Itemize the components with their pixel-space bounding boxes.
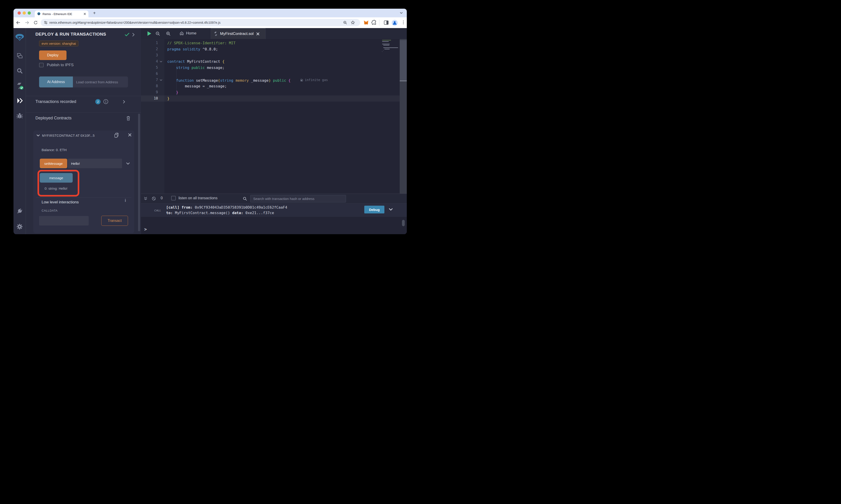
editor-scrollbar[interactable] bbox=[400, 39, 407, 194]
panel-scrollbar[interactable] bbox=[138, 114, 140, 231]
debug-button[interactable]: Debug bbox=[364, 206, 384, 213]
terminal: 0 listen on all transactions CALL [call]… bbox=[141, 194, 407, 234]
minimize-window-button[interactable] bbox=[23, 12, 26, 15]
run-script-play-icon[interactable] bbox=[146, 31, 152, 37]
contract-balance: Balance: 0. ETH bbox=[41, 148, 67, 152]
info-icon[interactable] bbox=[103, 99, 108, 104]
at-address-button[interactable]: At Address bbox=[39, 76, 73, 87]
minimap-line bbox=[383, 48, 398, 48]
publish-ipfs-label: Publish to IPFS bbox=[47, 63, 73, 67]
back-button[interactable] bbox=[16, 20, 21, 25]
set-message-input[interactable] bbox=[68, 159, 122, 168]
file-tab-label: MyFirstContract.sol bbox=[220, 32, 254, 36]
expand-params-chevron-icon[interactable] bbox=[126, 161, 130, 166]
remix-logo-icon[interactable] bbox=[15, 32, 25, 42]
tab-home[interactable]: Home bbox=[179, 31, 196, 36]
remix-app: DEPLOY & RUN TRANSACTIONS evm version: s… bbox=[14, 28, 407, 234]
line-number: 1 bbox=[141, 40, 158, 46]
code-line: 3 bbox=[141, 52, 400, 58]
clear-console-ban-icon[interactable] bbox=[152, 196, 156, 201]
zoom-in-icon[interactable] bbox=[166, 31, 171, 36]
tab-title: Remix - Ethereum IDE bbox=[42, 12, 83, 16]
page-zoom-icon[interactable] bbox=[343, 20, 347, 25]
minimap[interactable] bbox=[382, 40, 400, 53]
publish-ipfs-checkbox[interactable] bbox=[39, 63, 44, 67]
code-lines[interactable]: 1// SPDX-License-Identifier: MIT2pragma … bbox=[141, 40, 400, 102]
copy-icon[interactable] bbox=[114, 132, 119, 138]
plugin-manager-icon[interactable] bbox=[16, 208, 23, 215]
minimap-line bbox=[384, 49, 390, 49]
tab-search-chevron-icon[interactable] bbox=[399, 11, 403, 15]
metamask-icon[interactable] bbox=[363, 20, 369, 25]
log-expand-chevron-icon[interactable] bbox=[388, 207, 393, 212]
site-settings-icon[interactable] bbox=[44, 20, 48, 25]
file-explorer-icon[interactable] bbox=[16, 52, 23, 59]
home-icon bbox=[179, 31, 184, 36]
terminal-log-row[interactable]: CALL [call] from: 0x9Cf934043aD350758391… bbox=[141, 204, 407, 217]
log-line: to: MyFirstContract.message() data: 0xe2… bbox=[166, 210, 287, 216]
terminal-toolbar: 0 listen on all transactions bbox=[141, 194, 407, 204]
deploy-button[interactable]: Deploy bbox=[39, 51, 67, 60]
log-line: [call] from: 0x9Cf934043aD350758391b0D01… bbox=[166, 205, 287, 210]
low-level-info-icon[interactable]: i bbox=[125, 198, 126, 203]
message-button[interactable]: message bbox=[40, 173, 73, 183]
solidity-compiler-icon[interactable] bbox=[16, 82, 23, 90]
set-message-button[interactable]: setMessage bbox=[40, 159, 67, 168]
tab-myfirstcontract[interactable]: MyFirstContract.sol bbox=[211, 28, 265, 39]
new-tab-button[interactable]: + bbox=[92, 10, 97, 16]
zoom-out-icon[interactable] bbox=[155, 31, 160, 36]
side-panel-icon[interactable] bbox=[383, 20, 389, 25]
code-line: 1// SPDX-License-Identifier: MIT bbox=[141, 40, 400, 46]
extensions-puzzle-icon[interactable] bbox=[371, 20, 377, 25]
evm-version-badge: evm version: shanghai bbox=[39, 41, 79, 46]
maximize-window-button[interactable] bbox=[28, 12, 31, 15]
listen-all-checkbox[interactable] bbox=[171, 196, 176, 200]
address-bar[interactable]: remix.ethereum.org/#lang=en&optimize=fal… bbox=[41, 19, 360, 26]
line-number: 8 bbox=[141, 83, 158, 89]
solidity-file-icon bbox=[214, 32, 217, 36]
tab-strip: Remix - Ethereum IDE + bbox=[14, 9, 407, 17]
calldata-label: CALLDATA bbox=[41, 209, 57, 212]
file-tab-close-icon[interactable] bbox=[256, 32, 260, 36]
code-line: 10} bbox=[141, 95, 400, 102]
deployed-contract-card: MYFIRSTCONTRACT AT 0X10F...5 Balance: 0.… bbox=[33, 130, 134, 233]
panel-expand-chevron-icon[interactable] bbox=[131, 32, 135, 37]
browser-window: Remix - Ethereum IDE + remix.ethereum.or… bbox=[14, 9, 407, 234]
contract-close-icon[interactable] bbox=[128, 133, 132, 137]
code-line: 5 string public message; bbox=[141, 65, 400, 71]
fold-chevron-icon[interactable] bbox=[159, 60, 163, 63]
code-text: contract MyFirstContract { bbox=[167, 58, 224, 65]
card-divider bbox=[36, 197, 132, 198]
search-icon[interactable] bbox=[16, 67, 23, 74]
browser-menu-kebab-icon[interactable] bbox=[401, 20, 406, 25]
calldata-input[interactable] bbox=[39, 216, 89, 226]
transact-button[interactable]: Transact bbox=[101, 216, 128, 226]
forward-button[interactable] bbox=[24, 20, 30, 25]
tab-close-icon[interactable] bbox=[83, 13, 86, 15]
reload-button[interactable] bbox=[33, 20, 38, 25]
transactions-expand-chevron-icon[interactable] bbox=[122, 100, 126, 104]
terminal-prompt[interactable]: > bbox=[144, 227, 147, 232]
close-window-button[interactable] bbox=[18, 12, 21, 15]
contract-header[interactable]: MYFIRSTCONTRACT AT 0X10F...5 bbox=[42, 134, 113, 138]
code-editor[interactable]: Home MyFirstContract.sol 1// SPDX-Licens… bbox=[141, 28, 407, 194]
trash-icon[interactable] bbox=[126, 116, 131, 121]
toolbar-divider bbox=[379, 20, 379, 25]
debugger-bug-icon[interactable] bbox=[16, 112, 23, 119]
profile-avatar[interactable] bbox=[392, 20, 398, 26]
settings-gear-icon[interactable] bbox=[16, 223, 23, 230]
minimap-line bbox=[383, 50, 383, 51]
fold-chevron-icon[interactable] bbox=[159, 78, 163, 82]
contract-collapse-chevron-icon[interactable] bbox=[36, 133, 40, 138]
minimap-line bbox=[382, 41, 389, 42]
terminal-scrollbar-thumb[interactable] bbox=[402, 220, 405, 226]
listen-all-label: listen on all transactions bbox=[178, 196, 218, 200]
deploy-run-icon[interactable] bbox=[16, 97, 23, 104]
browser-tab[interactable]: Remix - Ethereum IDE bbox=[35, 11, 88, 17]
at-address-input[interactable] bbox=[73, 76, 128, 87]
collapse-terminal-icon[interactable] bbox=[143, 196, 148, 201]
deploy-run-panel: DEPLOY & RUN TRANSACTIONS evm version: s… bbox=[26, 28, 141, 234]
terminal-search-input[interactable] bbox=[250, 195, 346, 202]
bookmark-star-icon[interactable] bbox=[350, 20, 355, 25]
editor-scrollbar-thumb[interactable] bbox=[400, 40, 407, 81]
